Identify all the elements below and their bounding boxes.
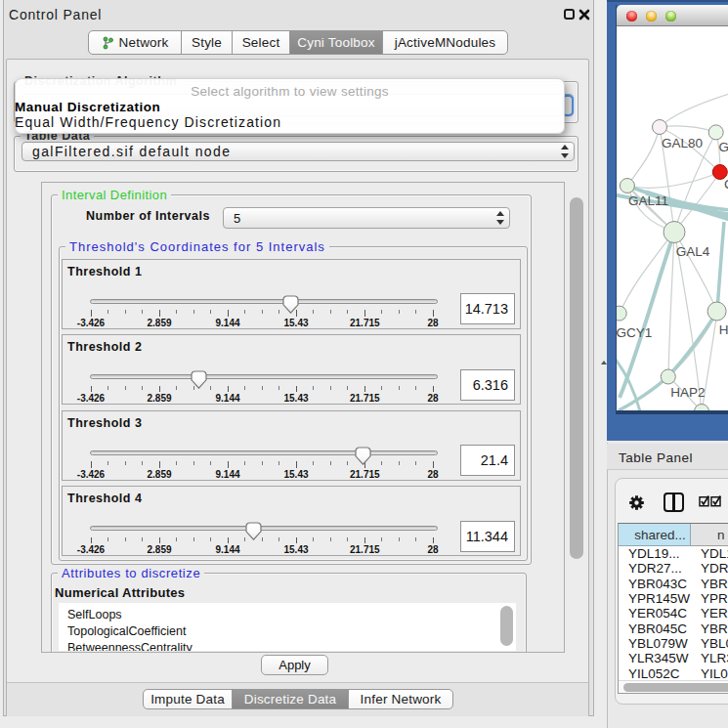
svg-text:GAL80: GAL80 <box>662 136 703 150</box>
svg-text:GCY1: GCY1 <box>617 325 652 340</box>
svg-text:HI: HI <box>719 322 728 337</box>
svg-text:GAL4: GAL4 <box>676 244 710 259</box>
svg-text:CY: CY <box>724 177 728 192</box>
svg-text:GAL11: GAL11 <box>628 193 668 208</box>
svg-text:HAP2: HAP2 <box>670 385 705 400</box>
svg-text:GA: GA <box>718 140 728 154</box>
